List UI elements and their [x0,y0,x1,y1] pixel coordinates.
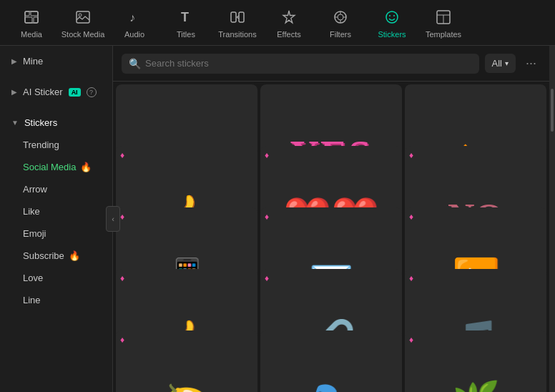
play-premium-badge: ♦ [409,212,413,222]
sidebar-section-ai: ▶ AI Sticker AI ? [0,77,112,107]
social-media-fire-icon: 🔥 [80,162,92,172]
transitions-icon [227,7,247,27]
svg-point-17 [386,11,398,23]
bottom1-premium-badge: ♦ [120,335,124,345]
filters-icon [330,7,350,27]
subscribe-label: Subscribe [23,250,64,261]
sidebar-item-subscribe[interactable]: Subscribe 🔥 [0,245,112,267]
thumbs-up-2-premium-badge: ♦ [120,273,124,283]
filter-chevron-icon: ▾ [505,59,509,67]
mine-chevron-icon: ▶ [11,57,17,65]
sidebar-item-ai-sticker[interactable]: ▶ AI Sticker AI ? [0,81,112,103]
sticker-bottom-1[interactable]: ♦ 🍋 ⬇ [116,330,257,392]
sidebar: ▶ Mine ▶ AI Sticker AI ? ▼ Stickers Tren… [0,46,113,392]
nav-effects-label: Effects [277,30,300,39]
trending-label: Trending [23,139,59,150]
line-label: Line [23,295,41,305]
nav-stickers-label: Stickers [378,30,406,39]
notification-premium-badge: ♦ [265,212,269,222]
love-label: Love [23,273,43,283]
nav-media-label: Media [21,30,42,39]
sticker-bottom-3[interactable]: ♦ 🌿 ⬇ [405,330,546,392]
more-options-button[interactable]: ··· [521,53,541,74]
nav-filters-label: Filters [330,30,351,39]
bottom2-content: 🎭 [308,379,355,393]
phone-premium-badge: ♦ [120,212,124,222]
stickers-header[interactable]: ▼ Stickers [0,112,112,134]
social-media-label: Social Media [23,162,76,172]
svg-point-6 [79,14,82,16]
audio-icon: ♪ [124,7,144,27]
svg-rect-3 [25,17,32,23]
svg-rect-5 [77,11,89,23]
svg-text:♪: ♪ [129,11,135,24]
ai-sticker-label: AI Sticker [23,87,63,97]
nav-audio[interactable]: ♪ Audio [109,1,160,44]
sidebar-item-love[interactable]: Love [0,267,112,289]
ai-badge: AI [69,88,81,97]
sidebar-item-like[interactable]: Like [0,200,112,222]
filter-label: All [492,58,502,69]
svg-point-18 [389,15,391,16]
thumbs-up-premium-badge: ♦ [120,150,124,160]
nav-transitions[interactable]: Transitions [212,1,263,44]
stickers-header-label: Stickers [24,117,57,128]
nav-stock-media[interactable]: Stock Media [57,1,109,44]
stickers-chevron-icon: ▼ [11,119,19,127]
sidebar-section-mine: ▶ Mine [0,46,112,77]
hearts-premium-badge: ♦ [265,150,269,160]
svg-rect-9 [231,12,236,22]
svg-text:T: T [181,10,189,24]
nav-media[interactable]: Media [6,1,57,44]
sticker-grid: ★★★★★ ⬇ YES ＋ ↘ ⬇ ♦ 👍 ＋ ♦ [113,82,549,392]
mine-label: Mine [23,56,43,67]
sidebar-item-mine[interactable]: ▶ Mine [0,50,112,72]
sidebar-item-line[interactable]: Line [0,289,112,311]
sidebar-items: Trending Social Media 🔥 Arrow Like Emoji… [0,134,112,311]
stock-media-icon [73,7,93,27]
nav-templates-label: Templates [426,30,461,39]
main-area: ▶ Mine ▶ AI Sticker AI ? ▼ Stickers Tren… [0,46,555,392]
search-input[interactable] [145,58,472,69]
stickers-icon [382,7,402,27]
scrollbar[interactable] [549,46,555,392]
nav-titles[interactable]: T Titles [160,1,212,44]
svg-point-19 [393,15,395,16]
ai-chevron-icon: ▶ [11,88,17,96]
content-area: 🔍 All ▾ ··· ★★★★★ ⬇ YES ＋ [113,46,549,392]
music-premium-badge: ♦ [409,273,413,283]
scrollbar-thumb [551,89,554,132]
nav-stock-media-label: Stock Media [62,30,105,39]
like-label: Like [23,206,40,217]
sidebar-section-stickers: ▼ Stickers Trending Social Media 🔥 Arrow… [0,107,112,315]
nav-filters[interactable]: Filters [315,1,366,44]
sticker-bottom-2[interactable]: 🎭 ⬇ [260,330,402,392]
search-bar: 🔍 All ▾ ··· [113,46,549,82]
top-nav: Media Stock Media ♪ Audio T Titles [0,0,555,46]
search-icon: 🔍 [129,58,141,69]
bottom1-content: 🍋 [163,379,211,393]
nav-stickers[interactable]: Stickers [366,1,418,44]
no-premium-badge: ♦ [409,150,413,160]
arrow-label: Arrow [23,184,47,195]
effects-icon [279,7,299,27]
sidebar-item-arrow[interactable]: Arrow [0,178,112,200]
sidebar-item-social-media[interactable]: Social Media 🔥 [0,156,112,178]
svg-rect-10 [239,12,244,22]
nav-effects[interactable]: Effects [263,1,315,44]
nav-templates[interactable]: Templates [418,1,469,44]
titles-icon: T [176,7,196,27]
sidebar-collapse-button[interactable]: ‹ [106,206,120,232]
bottom3-premium-badge: ♦ [409,335,413,345]
help-icon[interactable]: ? [87,87,97,97]
filter-button[interactable]: All ▾ [485,54,516,73]
share-premium-badge: ♦ [265,273,269,283]
sidebar-item-trending[interactable]: Trending [0,134,112,156]
nav-titles-label: Titles [177,30,195,39]
sidebar-item-emoji[interactable]: Emoji [0,222,112,245]
bottom3-content: 🌿 [452,379,500,393]
media-icon [21,7,41,27]
nav-transitions-label: Transitions [218,30,256,39]
svg-point-12 [338,14,343,20]
search-input-wrap: 🔍 [122,54,479,74]
